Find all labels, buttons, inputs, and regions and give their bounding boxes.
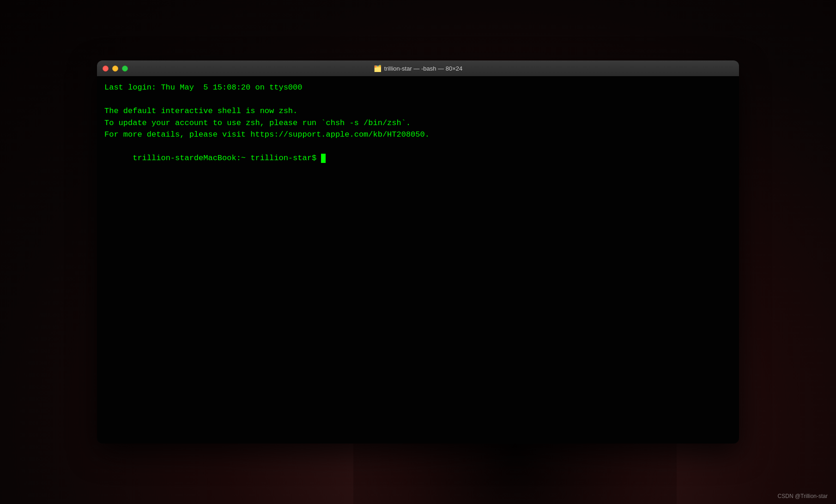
folder-icon: 🗂️ [374,65,382,72]
terminal-body[interactable]: Last login: Thu May 5 15:08:20 on ttys00… [97,76,739,444]
terminal-line-2 [104,94,732,106]
terminal-line-5: For more details, please visit https://s… [104,129,732,141]
maximize-button[interactable] [122,66,128,72]
close-button[interactable] [103,66,109,72]
terminal-line-4: To update your account to use zsh, pleas… [104,117,732,129]
terminal-window: 🗂️ trillion-star — -bash — 80×24 Last lo… [97,60,739,444]
prompt-text: trillion-stardeMacBook:~ trillion-star$ [133,154,321,162]
traffic-lights [103,66,128,72]
terminal-line-3: The default interactive shell is now zsh… [104,105,732,117]
watermark: CSDN @Trillion-star [778,493,828,499]
terminal-cursor [321,154,326,163]
minimize-button[interactable] [112,66,118,72]
window-title: trillion-star — -bash — 80×24 [384,65,462,72]
title-bar: 🗂️ trillion-star — -bash — 80×24 [97,60,739,76]
title-bar-center: 🗂️ trillion-star — -bash — 80×24 [374,65,462,72]
terminal-line-1: Last login: Thu May 5 15:08:20 on ttys00… [104,82,732,94]
terminal-prompt-line: trillion-stardeMacBook:~ trillion-star$ [104,141,732,176]
